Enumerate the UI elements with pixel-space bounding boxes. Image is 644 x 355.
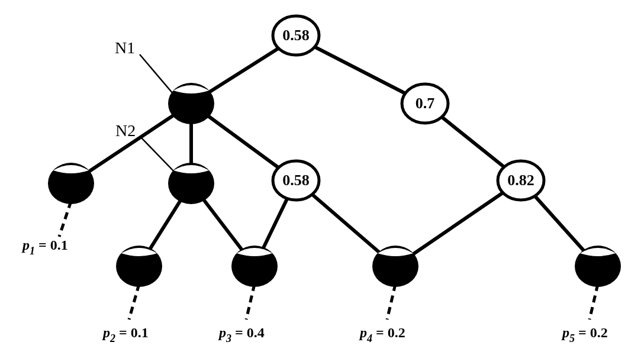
leaf-p4-ball	[372, 246, 418, 287]
leaf-p5-label: p5 = 0.2	[561, 325, 608, 344]
named-callouts: N1 N2	[115, 38, 175, 173]
far-node: 0.82	[498, 161, 544, 200]
svg-line-17	[590, 284, 598, 320]
label-N2: N2	[115, 121, 136, 140]
edges	[71, 37, 598, 266]
svg-line-22	[140, 54, 173, 93]
root-node: 0.58	[273, 16, 319, 55]
svg-line-23	[141, 137, 175, 173]
leaf-p2-ball	[116, 246, 162, 287]
svg-line-14	[129, 284, 139, 320]
white-nodes: 0.58 0.7 0.58 0.82	[273, 16, 544, 200]
leaf-p5-ball	[575, 246, 621, 287]
label-N1: N1	[115, 38, 135, 57]
node-N2	[168, 163, 214, 204]
mid-node: 0.58	[273, 161, 319, 200]
leaf-p1-label: p1 = 0.1	[21, 237, 68, 257]
mid-value: 0.58	[282, 172, 310, 189]
tree-diagram: 0.58 0.7 0.58 0.82 N1 N2 p1 = 0.	[0, 0, 644, 355]
svg-line-16	[387, 284, 395, 320]
svg-line-13	[59, 201, 71, 237]
far-value: 0.82	[507, 172, 534, 189]
svg-line-15	[246, 284, 255, 320]
leaf-p3-label: p3 = 0.4	[218, 325, 265, 344]
leaf-p2-label: p2 = 0.1	[102, 325, 149, 344]
leaf-labels: p1 = 0.1 p2 = 0.1 p3 = 0.4 p4 = 0.2 p5 =…	[21, 237, 608, 344]
leaf-p3-ball	[231, 246, 278, 287]
root-value: 0.58	[282, 27, 310, 44]
leaf-p1-ball	[48, 163, 94, 204]
leaf-p4-label: p4 = 0.2	[359, 325, 405, 344]
right-value: 0.7	[416, 95, 435, 112]
right-node: 0.7	[402, 84, 448, 123]
node-N1	[168, 83, 214, 124]
